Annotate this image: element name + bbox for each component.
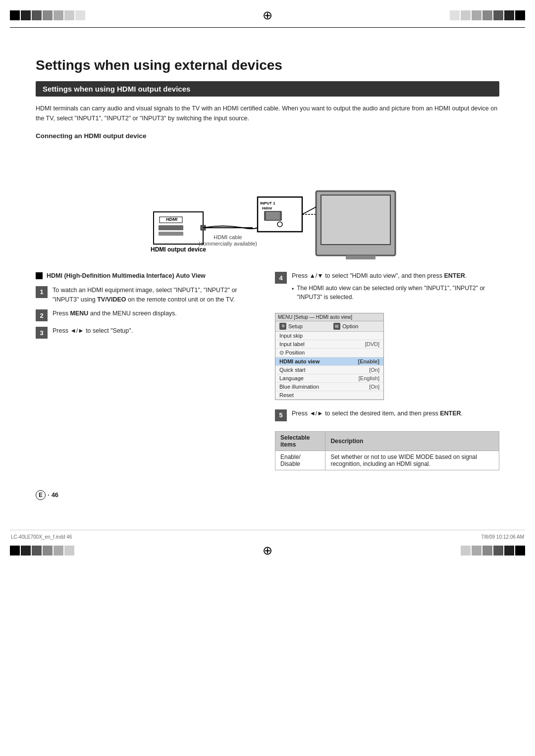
step-5: 5 Press ◄/► to select the desired item, …: [275, 409, 499, 421]
selectable-items-table: Selectable items Description Enable/Disa…: [275, 431, 499, 470]
mark-block-4: [43, 10, 53, 20]
step-1-bold-tv: TV/VIDEO: [97, 296, 126, 303]
mark-block-r5: [493, 10, 503, 20]
page-circle-num: E · 46: [36, 490, 58, 500]
svg-rect-3: [159, 225, 183, 230]
menu-row-language: Language [English]: [275, 374, 383, 383]
top-center-crosshair: ⊕: [263, 8, 272, 22]
table-col2-header: Description: [325, 431, 499, 451]
step-5-enter: ENTER: [440, 410, 461, 417]
step-3-text: Press ◄/► to select "Setup".: [53, 326, 260, 336]
svg-rect-4: [159, 232, 183, 236]
svg-rect-19: [346, 255, 375, 259]
menu-screenshot: MENU [Setup — HDMI auto view] ⚙ Setup ▤ …: [275, 313, 384, 400]
svg-text:Hdmi: Hdmi: [262, 206, 272, 210]
diagram-svg: HDMI HDMI output device HDMI cable (comm…: [124, 148, 411, 261]
svg-text:HDMI cable: HDMI cable: [214, 234, 242, 240]
svg-line-20: [302, 207, 316, 214]
black-square-section: HDMI (High-Definition Multimedia Interfa…: [36, 271, 260, 281]
top-right-marks: [450, 10, 525, 20]
black-square-icon: [36, 272, 43, 279]
step-2-menu: MENU: [70, 310, 88, 317]
top-left-marks: [10, 10, 85, 20]
bottom-center-crosshair: ⊕: [263, 544, 272, 557]
bmark-3: [32, 546, 42, 555]
intro-text: HDMI terminals can carry audio and visua…: [36, 103, 499, 123]
footer-right: 7/8/09 10:12:06 AM: [481, 534, 524, 540]
svg-text:(commercially available): (commercially available): [199, 241, 257, 247]
page-num-dot: ·: [48, 491, 50, 499]
step-2-after: and the MENU screen displays.: [88, 310, 177, 317]
mark-block-r2: [461, 10, 471, 20]
left-steps: 1 To watch an HDMI equipment image, sele…: [36, 286, 260, 339]
option-icon: ▤: [333, 323, 340, 330]
step-1: 1 To watch an HDMI equipment image, sele…: [36, 286, 260, 304]
bmark-r2: [472, 546, 482, 555]
step-3-arrow: ◄/►: [70, 327, 84, 334]
svg-text:INPUT 1: INPUT 1: [260, 201, 275, 205]
svg-rect-14: [266, 212, 280, 220]
step-4-end: .: [465, 272, 467, 279]
bmark-r3: [482, 546, 492, 555]
step-5-text: Press ◄/► to select the desired item, an…: [292, 409, 499, 418]
menu-row-reset: Reset: [275, 391, 383, 400]
step-1-content: To watch an HDMI equipment image, select…: [53, 287, 237, 303]
bmark-r4: [493, 546, 503, 555]
step-4-text: Press ▲/▼ to select "HDMI auto view", an…: [292, 271, 499, 304]
step-5-after: to select the desired item, and then pre…: [323, 410, 440, 417]
bmark-5: [54, 546, 63, 555]
setup-label: Setup: [288, 323, 303, 329]
bmark-r5: [504, 546, 514, 555]
step-1-text: To watch an HDMI equipment image, select…: [53, 286, 260, 304]
table-row-1: Enable/Disable Set whether or not to use…: [275, 451, 499, 470]
bmark-r6: [515, 546, 525, 555]
hdmi-diagram: HDMI HDMI output device HDMI cable (comm…: [36, 148, 499, 261]
subsection-title: Connecting an HDMI output device: [36, 132, 499, 140]
step-4-num: 4: [275, 272, 287, 284]
menu-row-input-skip: Input skip: [275, 332, 383, 340]
svg-text:HDMI output device: HDMI output device: [151, 246, 206, 253]
setup-icon: ⚙: [279, 323, 286, 330]
menu-header-option: ▤ Option: [329, 321, 383, 331]
auto-view-title-bold: HDMI (High-Definition Multimedia Interfa…: [47, 272, 206, 279]
bmark-4: [43, 546, 53, 555]
page-main-title: Settings when using external devices: [36, 57, 499, 73]
menu-row-blue-illumination: Blue illumination [On]: [275, 383, 383, 391]
menu-title-bar: MENU [Setup — HDMI auto view]: [275, 313, 383, 321]
option-label: Option: [342, 323, 358, 329]
mark-block-5: [54, 10, 63, 20]
step-1-num: 1: [36, 286, 48, 298]
step-5-end: .: [461, 410, 463, 417]
step-3-after: to select "Setup".: [84, 327, 133, 334]
menu-row-hdmi-auto: HDMI auto view [Enable]: [275, 357, 383, 366]
step-4: 4 Press ▲/▼ to select "HDMI auto view", …: [275, 271, 499, 304]
bottom-left-marks: [10, 546, 74, 555]
mark-block-r4: [482, 10, 492, 20]
step-4-arrow: ▲/▼: [309, 272, 323, 279]
svg-rect-18: [321, 195, 390, 245]
step-2-num: 2: [36, 309, 48, 321]
bullet-dot: •: [292, 285, 294, 302]
menu-row-quick-start: Quick start [On]: [275, 366, 383, 374]
right-column: 4 Press ▲/▼ to select "HDMI auto view", …: [275, 271, 499, 470]
step-4-press: Press: [292, 272, 309, 279]
mark-block-1: [10, 10, 20, 20]
menu-row-input-label: Input label [DVD]: [275, 340, 383, 349]
page-number: 46: [52, 491, 58, 499]
menu-header-row: ⚙ Setup ▤ Option: [275, 321, 383, 332]
svg-text:HDMI: HDMI: [166, 217, 177, 222]
footer: LC-40LE700X_en_f.indd 46 7/8/09 10:12:06…: [0, 530, 535, 544]
table-col1-header: Selectable items: [275, 431, 325, 451]
mark-block-2: [21, 10, 31, 20]
mark-block-3: [32, 10, 42, 20]
mark-block-r7: [515, 10, 525, 20]
step-5-arrow: ◄/►: [309, 410, 323, 417]
step-2-text: Press MENU and the MENU screen displays.: [53, 309, 260, 318]
step-3: 3 Press ◄/► to select "Setup".: [36, 326, 260, 339]
top-marks-row: ⊕: [0, 0, 535, 25]
section-header: Settings when using HDMI output devices: [36, 81, 499, 97]
menu-row-position: ⊙ Position: [275, 349, 383, 357]
mark-block-r3: [472, 10, 482, 20]
table-row-1-item: Enable/Disable: [275, 451, 325, 470]
mark-block-7: [75, 10, 85, 20]
